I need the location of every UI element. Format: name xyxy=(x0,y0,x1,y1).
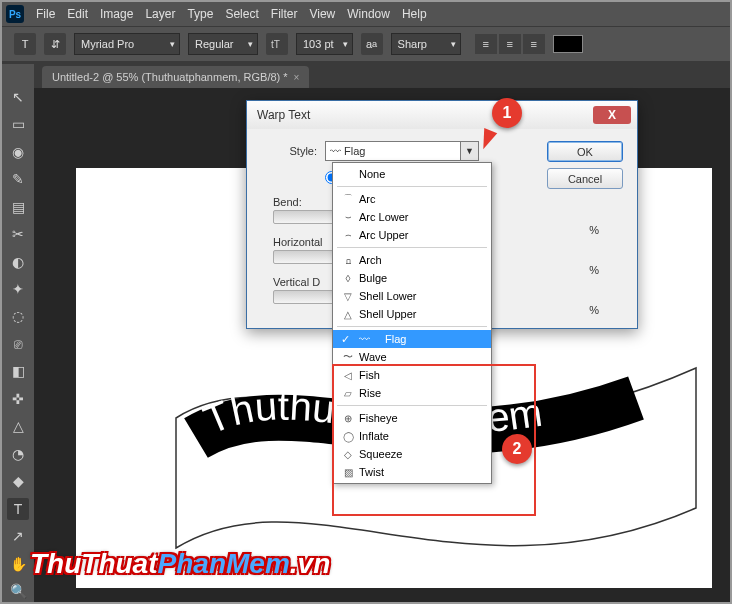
tool-dodge[interactable]: ◔ xyxy=(7,443,29,464)
callout-2: 2 xyxy=(502,434,532,464)
dialog-title: Warp Text xyxy=(257,108,310,122)
style-option-squeeze[interactable]: ◇Squeeze xyxy=(333,445,491,463)
tool-marquee[interactable]: ▭ xyxy=(7,113,29,134)
align-left-button[interactable]: ≡ xyxy=(475,34,497,54)
font-family-select[interactable]: Myriad Pro xyxy=(74,33,180,55)
menu-file[interactable]: File xyxy=(36,7,55,21)
fisheye-icon: ⊕ xyxy=(341,412,355,424)
style-option-shell-lower[interactable]: ▽Shell Lower xyxy=(333,287,491,305)
tool-crop[interactable]: ▤ xyxy=(7,196,29,217)
bend-pct: % xyxy=(589,224,599,236)
tool-zoom[interactable]: 🔍 xyxy=(7,580,29,601)
rise-icon: ▱ xyxy=(341,387,355,399)
document-tabbar: Untitled-2 @ 55% (Thuthuatphanmem, RGB/8… xyxy=(2,62,730,88)
menubar: Ps File Edit Image Layer Type Select Fil… xyxy=(2,2,730,26)
tool-type[interactable]: T xyxy=(7,498,29,519)
tool-pen[interactable]: ◆ xyxy=(7,471,29,492)
style-label: Style: xyxy=(261,145,317,157)
tool-lasso[interactable]: ◉ xyxy=(7,141,29,162)
chevron-down-icon[interactable]: ▼ xyxy=(460,142,478,160)
style-option-none[interactable]: None xyxy=(333,165,491,183)
style-option-arc-lower[interactable]: ⌣Arc Lower xyxy=(333,208,491,226)
flag-style-icon: 〰 xyxy=(330,145,341,157)
document-tab-title: Untitled-2 @ 55% (Thuthuatphanmem, RGB/8… xyxy=(52,71,288,83)
arch-icon: ⩍ xyxy=(341,254,355,266)
menu-edit[interactable]: Edit xyxy=(67,7,88,21)
align-right-button[interactable]: ≡ xyxy=(523,34,545,54)
menu-window[interactable]: Window xyxy=(347,7,390,21)
orientation-icon[interactable]: ⇵ xyxy=(44,33,66,55)
style-option-flag[interactable]: 〰 Flag xyxy=(333,330,491,348)
style-option-bulge[interactable]: ◊Bulge xyxy=(333,269,491,287)
menu-view[interactable]: View xyxy=(309,7,335,21)
tool-stamp[interactable]: ◌ xyxy=(7,306,29,327)
type-tool-icon: T xyxy=(14,33,36,55)
style-option-fisheye[interactable]: ⊕Fisheye xyxy=(333,409,491,427)
hdist-pct: % xyxy=(589,264,599,276)
style-option-wave[interactable]: 〜Wave xyxy=(333,348,491,366)
font-size-icon: tT xyxy=(266,33,288,55)
svg-text:tT: tT xyxy=(271,39,280,50)
inflate-icon: ◯ xyxy=(341,430,355,442)
menu-layer[interactable]: Layer xyxy=(145,7,175,21)
tool-wand[interactable]: ✎ xyxy=(7,168,29,189)
vdist-pct: % xyxy=(589,304,599,316)
tool-hand[interactable]: ✋ xyxy=(7,553,29,574)
align-center-button[interactable]: ≡ xyxy=(499,34,521,54)
close-tab-icon[interactable]: × xyxy=(294,72,300,83)
ok-button[interactable]: OK xyxy=(547,141,623,162)
cancel-button[interactable]: Cancel xyxy=(547,168,623,189)
tool-blur[interactable]: △ xyxy=(7,416,29,437)
font-style-select[interactable]: Regular xyxy=(188,33,258,55)
tools-panel: ↖ ▭ ◉ ✎ ▤ ✂ ◐ ✦ ◌ ⎚ ◧ ✜ △ ◔ ◆ T ↗ ✋ 🔍 xyxy=(2,64,34,602)
style-option-shell-upper[interactable]: △Shell Upper xyxy=(333,305,491,323)
tool-heal[interactable]: ◐ xyxy=(7,251,29,272)
document-tab[interactable]: Untitled-2 @ 55% (Thuthuatphanmem, RGB/8… xyxy=(42,66,309,88)
dialog-close-button[interactable]: X xyxy=(593,106,631,124)
tool-brush[interactable]: ✦ xyxy=(7,278,29,299)
style-option-twist[interactable]: ▨Twist xyxy=(333,463,491,481)
style-option-rise[interactable]: ▱Rise xyxy=(333,384,491,402)
font-size-select[interactable]: 103 pt xyxy=(296,33,353,55)
bulge-icon: ◊ xyxy=(341,272,355,284)
tool-eraser[interactable]: ◧ xyxy=(7,361,29,382)
tool-move[interactable]: ↖ xyxy=(7,86,29,107)
align-group: ≡ ≡ ≡ xyxy=(475,34,545,54)
watermark: ThuThuatPhanMem.vn xyxy=(30,548,330,580)
style-dropdown: None ⌒Arc ⌣Arc Lower ⌢Arc Upper ⩍Arch ◊B… xyxy=(332,162,492,484)
style-option-arc-upper[interactable]: ⌢Arc Upper xyxy=(333,226,491,244)
style-select[interactable]: 〰 Flag ▼ xyxy=(325,141,479,161)
menu-help[interactable]: Help xyxy=(402,7,427,21)
tool-eyedropper[interactable]: ✂ xyxy=(7,223,29,244)
twist-icon: ▨ xyxy=(341,466,355,478)
text-color-swatch[interactable] xyxy=(553,35,583,53)
style-option-inflate[interactable]: ◯Inflate xyxy=(333,427,491,445)
options-bar: T ⇵ Myriad Pro Regular tT 103 pt aa Shar… xyxy=(2,26,730,62)
shell-upper-icon: △ xyxy=(341,308,355,320)
fish-icon: ◁ xyxy=(341,369,355,381)
style-select-value: Flag xyxy=(344,145,365,157)
arc-lower-icon: ⌣ xyxy=(341,211,355,223)
dialog-titlebar[interactable]: Warp Text X xyxy=(247,101,637,129)
app-logo: Ps xyxy=(6,5,24,23)
menu-type[interactable]: Type xyxy=(187,7,213,21)
shell-lower-icon: ▽ xyxy=(341,290,355,302)
tool-path[interactable]: ↗ xyxy=(7,526,29,547)
tool-gradient[interactable]: ✜ xyxy=(7,388,29,409)
menu-image[interactable]: Image xyxy=(100,7,133,21)
wave-icon: 〜 xyxy=(341,351,355,363)
style-option-arch[interactable]: ⩍Arch xyxy=(333,251,491,269)
aa-select[interactable]: Sharp xyxy=(391,33,461,55)
flag-icon: 〰 xyxy=(359,333,370,345)
arc-icon: ⌒ xyxy=(341,193,355,205)
tool-history[interactable]: ⎚ xyxy=(7,333,29,354)
menu-select[interactable]: Select xyxy=(225,7,258,21)
style-option-arc[interactable]: ⌒Arc xyxy=(333,190,491,208)
arc-upper-icon: ⌢ xyxy=(341,229,355,241)
style-option-fish[interactable]: ◁Fish xyxy=(333,366,491,384)
squeeze-icon: ◇ xyxy=(341,448,355,460)
aa-icon: aa xyxy=(361,33,383,55)
callout-1: 1 xyxy=(492,98,522,128)
menu-filter[interactable]: Filter xyxy=(271,7,298,21)
